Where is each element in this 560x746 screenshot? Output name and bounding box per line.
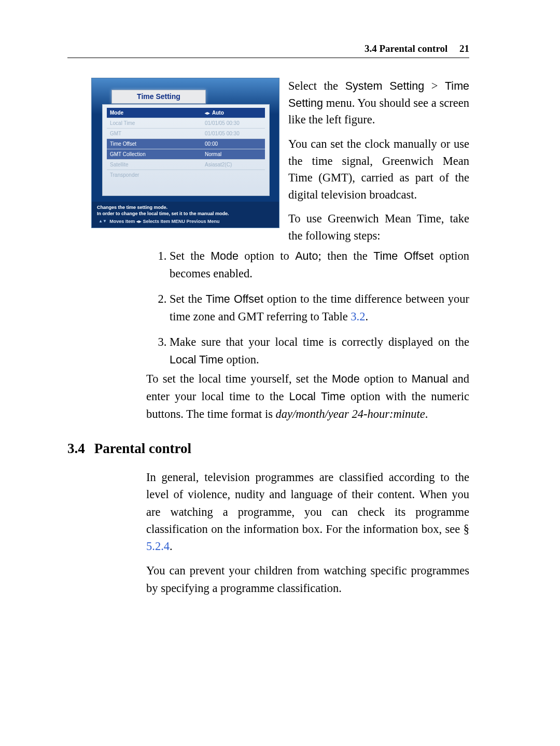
page-number: 21 [459,43,469,54]
section-number: 3.4 [67,441,85,456]
arrows-icon: ◂▸ [205,110,210,116]
section-ref-link[interactable]: 5.2.4 [146,540,170,553]
table-ref-link[interactable]: 3.2 [351,310,365,323]
row-local-time: Local Time 01/01/05 00:30 [107,118,265,128]
step-1: Set the Mode option to Auto; then the Ti… [170,247,469,282]
lower-paragraph: To set the local time yourself, set the … [146,370,469,423]
side-p3: To use Greenwich Mean Time, take the fol… [288,210,469,244]
updown-icon: ▲▼ [97,219,108,224]
section-p1: In general, television programmes are cl… [146,469,469,555]
row-time-offset: Time Offset 00:00 [107,138,265,149]
section-body: In general, television programmes are cl… [146,469,469,604]
figure-panel: Mode ◂▸Auto Local Time 01/01/05 00:30 GM… [102,104,270,196]
figure-tab-title: Time Setting [111,90,206,104]
side-p1: Select the System Setting > Time Setting… [288,78,469,129]
step-3: Make sure that your local time is correc… [170,333,469,368]
figure-rows: Mode ◂▸Auto Local Time 01/01/05 00:30 GM… [103,105,269,180]
step-2: Set the Time Offset option to the time d… [170,290,469,325]
figure-hint: Changes the time setting mode. In order … [92,202,279,228]
time-format: day/month/year 24-hour:minute [276,407,425,420]
side-p2: You can set the clock manually or use th… [288,136,469,204]
row-satellite: Satellite Asiasat2(C) [107,159,265,170]
opt-system-setting: System Setting [345,80,425,92]
row-gmt-collection: GMT Collection Normal [107,149,265,159]
time-setting-screenshot: Time Setting Mode ◂▸Auto Local Time 01/0… [91,78,279,228]
figure-keys: ▲▼ Moves Item ◂▸ Selects Item MENU Previ… [97,218,274,224]
steps-list: Set the Mode option to Auto; then the Ti… [147,247,469,368]
side-paragraphs: Select the System Setting > Time Setting… [288,78,469,252]
section-p2: You can prevent your children from watch… [146,562,469,597]
steps-block: Set the Mode option to Auto; then the Ti… [147,245,469,376]
row-gmt: GMT 01/01/05 00:30 [107,128,265,138]
row-transponder: Transponder [107,170,265,180]
page-header: 3.4 Parental control 21 [67,43,469,58]
header-section: 3.4 Parental control [365,43,447,54]
row-mode: Mode ◂▸Auto [107,108,265,118]
section-heading: 3.4Parental control [67,441,191,457]
section-title: Parental control [94,441,191,456]
manual-page: 3.4 Parental control 21 Time Setting Mod… [0,0,560,746]
